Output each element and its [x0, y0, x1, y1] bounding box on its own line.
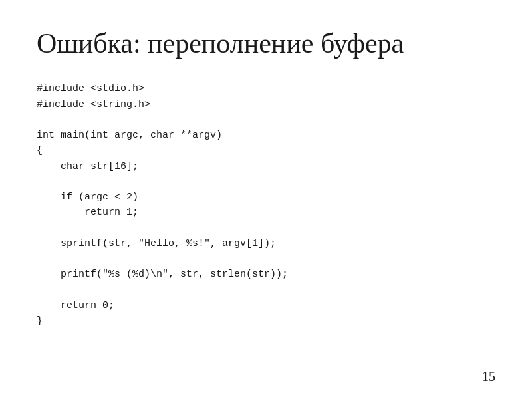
slide: Ошибка: переполнение буфера #include <st… — [0, 0, 532, 399]
slide-title: Ошибка: переполнение буфера — [37, 27, 495, 60]
page-number: 15 — [482, 369, 495, 384]
code-block: #include <stdio.h> #include <string.h> i… — [37, 81, 495, 329]
